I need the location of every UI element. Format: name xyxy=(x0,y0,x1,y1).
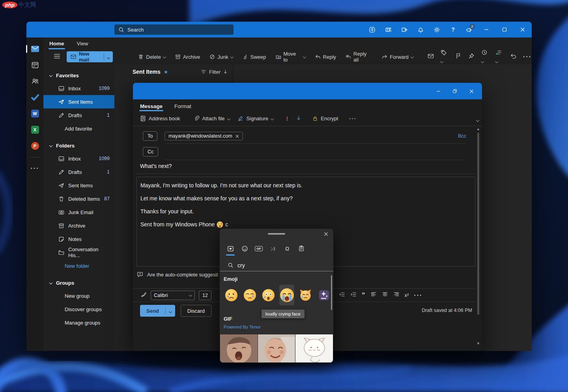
maximize-button[interactable] xyxy=(495,22,514,37)
encrypt-button[interactable]: Encrypt xyxy=(312,116,338,121)
sidebar-item-conversation-history[interactable]: Conversation His... xyxy=(43,246,114,259)
help-icon[interactable]: ? xyxy=(445,22,461,37)
mail-app-icon[interactable] xyxy=(30,44,41,54)
emoji-loudly-crying-face[interactable] xyxy=(279,285,294,305)
tab-view[interactable]: View xyxy=(76,40,89,49)
low-importance-icon[interactable] xyxy=(296,115,301,122)
todo-app-icon[interactable] xyxy=(30,92,41,103)
high-importance-icon[interactable]: ! xyxy=(286,115,288,122)
sidebar-item-sent-items-fav[interactable]: Sent Items xyxy=(43,95,114,108)
new-folder-button[interactable]: New folder xyxy=(43,259,114,273)
undo-icon[interactable] xyxy=(510,53,516,61)
whats-new-megaphone-icon[interactable]: 2 xyxy=(461,22,477,37)
filter-button[interactable]: Filter xyxy=(201,69,228,75)
gif-thumbnail-cartoon-cat[interactable] xyxy=(295,334,333,362)
sidebar-item-inbox-fav[interactable]: Inbox1099 xyxy=(43,82,114,95)
forward-button[interactable]: Forward xyxy=(379,52,416,62)
flag-icon[interactable] xyxy=(455,53,462,61)
people-app-icon[interactable] xyxy=(30,76,41,86)
remove-recipient-icon[interactable] xyxy=(235,134,239,138)
favorites-header[interactable]: Favorites xyxy=(43,69,114,82)
skype-icon[interactable] xyxy=(364,22,380,37)
align-left-icon[interactable] xyxy=(370,291,377,299)
powerpoint-app-icon[interactable]: P xyxy=(30,141,41,151)
emoji-crying-cat[interactable] xyxy=(298,285,313,305)
emoji-panel-scrollbar[interactable] xyxy=(331,275,332,310)
sidebar-item-archive[interactable]: Archive xyxy=(43,219,114,232)
pin-icon[interactable] xyxy=(468,53,475,61)
send-button[interactable]: Send xyxy=(140,305,175,317)
tab-gif-icon[interactable]: GIF xyxy=(253,243,265,254)
quote-icon[interactable]: ” xyxy=(362,293,365,297)
emoji-search-input[interactable]: cry xyxy=(220,259,333,271)
snooze-icon[interactable] xyxy=(481,49,489,64)
to-button[interactable]: To xyxy=(143,131,157,141)
compose-more-icon[interactable]: ··· xyxy=(349,116,357,121)
sidebar-item-junk-email[interactable]: Junk Email xyxy=(43,205,114,219)
minimize-button[interactable] xyxy=(477,22,495,37)
sidebar-item-notes[interactable]: Notes xyxy=(43,232,114,246)
align-center-icon[interactable] xyxy=(382,291,388,299)
compose-scrollbar[interactable]: ▲ ▼ xyxy=(476,127,481,345)
emoji-sad-but-relieved-face[interactable] xyxy=(242,285,257,305)
read-unread-icon[interactable] xyxy=(428,53,434,61)
gif-thumbnail-crying-baby-2[interactable] xyxy=(258,334,295,362)
cc-button[interactable]: Cc xyxy=(143,147,158,157)
font-family-select[interactable]: Calibri xyxy=(151,291,195,300)
search-input[interactable]: Search xyxy=(114,24,234,35)
gif-thumbnail-crying-baby-1[interactable] xyxy=(220,334,258,362)
emoji-crying-face[interactable] xyxy=(224,285,239,305)
increase-indent-icon[interactable] xyxy=(350,291,357,299)
junk-button[interactable]: Junk xyxy=(207,52,235,62)
notifications-bell-icon[interactable] xyxy=(413,22,429,37)
reply-all-button[interactable]: Reply all xyxy=(343,49,375,64)
move-to-button[interactable]: Move to xyxy=(273,49,308,64)
format-painter-icon[interactable] xyxy=(141,291,147,299)
sidebar-item-inbox[interactable]: Inbox1099 xyxy=(43,152,114,165)
align-right-icon[interactable] xyxy=(393,291,400,299)
emoji-anxious-face-with-sweat[interactable] xyxy=(261,285,276,305)
tag-icon[interactable] xyxy=(441,49,448,64)
signature-button[interactable]: Signature xyxy=(238,116,274,121)
tab-recent-icon[interactable] xyxy=(224,243,236,254)
address-book-button[interactable]: Address book xyxy=(140,116,180,121)
more-apps-icon[interactable]: ··· xyxy=(30,163,41,174)
font-size-select[interactable]: 12 xyxy=(199,291,211,300)
discover-groups-button[interactable]: Discover groups xyxy=(43,302,114,316)
folders-header[interactable]: Folders xyxy=(43,139,114,152)
hamburger-menu-icon[interactable] xyxy=(52,52,62,62)
calendar-app-icon[interactable] xyxy=(30,60,41,70)
sweep-button[interactable]: Sweep xyxy=(240,52,269,62)
tab-format[interactable]: Format xyxy=(174,103,192,111)
reply-button[interactable]: Reply xyxy=(313,52,338,62)
drag-handle[interactable] xyxy=(268,233,285,235)
subject-field[interactable]: What's next? xyxy=(140,163,172,169)
archive-button[interactable]: Archive xyxy=(173,52,202,62)
send-later-icon[interactable] xyxy=(396,22,413,37)
groups-header[interactable]: Groups xyxy=(43,276,114,289)
tab-clipboard-icon[interactable] xyxy=(295,243,307,254)
teams-icon[interactable] xyxy=(380,22,396,37)
sidebar-item-drafts[interactable]: Drafts1 xyxy=(43,165,114,179)
categorize-icon[interactable] xyxy=(495,49,503,64)
compose-restore-button[interactable] xyxy=(447,83,463,99)
more-formatting-icon[interactable]: ··· xyxy=(414,292,422,299)
delete-button[interactable]: Delete xyxy=(136,52,168,62)
add-favorite-button[interactable]: Add favorite xyxy=(43,122,114,135)
manage-groups-button[interactable]: Manage groups xyxy=(43,316,114,329)
recipient-chip[interactable]: mayank@windowslatest.com xyxy=(164,132,243,140)
excel-app-icon[interactable]: X xyxy=(30,125,41,135)
tab-emoji-icon[interactable] xyxy=(239,243,250,254)
tab-symbols-icon[interactable]: Ω xyxy=(281,243,293,254)
decrease-indent-icon[interactable] xyxy=(339,291,345,299)
settings-gear-icon[interactable] xyxy=(429,22,445,37)
sidebar-item-deleted-items[interactable]: Deleted Items87 xyxy=(43,192,114,205)
sidebar-item-drafts-fav[interactable]: Drafts1 xyxy=(43,108,114,122)
compose-close-button[interactable] xyxy=(463,83,480,99)
discard-button[interactable]: Discard xyxy=(181,305,211,317)
tab-kaomoji-icon[interactable]: ;-) xyxy=(267,243,279,254)
compose-minimize-button[interactable] xyxy=(430,83,447,99)
powered-by-tenor-link[interactable]: Powered By Tenor xyxy=(224,325,261,329)
emoji-sparkler[interactable] xyxy=(316,285,331,305)
superscript-icon[interactable]: x² xyxy=(405,292,409,298)
